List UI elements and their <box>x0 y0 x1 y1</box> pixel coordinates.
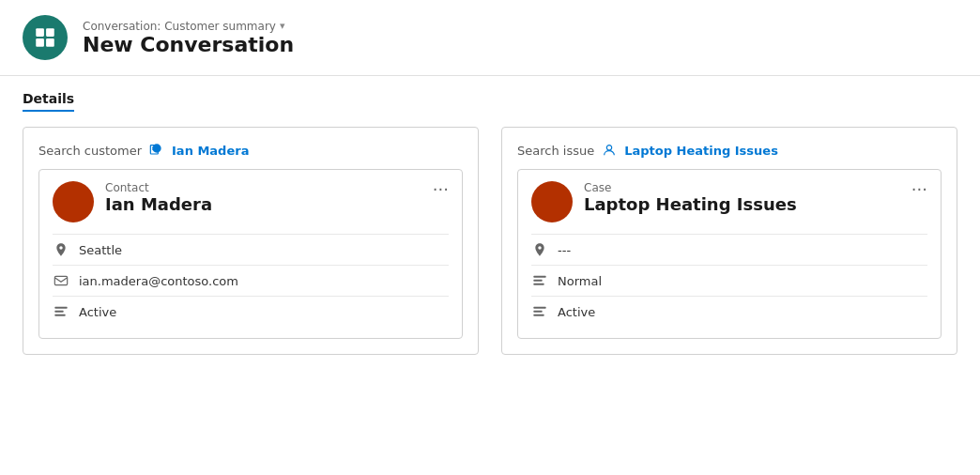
customer-search-icon <box>149 143 164 158</box>
svg-rect-3 <box>46 38 54 47</box>
breadcrumb[interactable]: Conversation: Customer summary ▾ <box>83 20 294 33</box>
breadcrumb-label: Conversation: Customer summary <box>83 20 276 33</box>
issue-card: Case Laptop Heating Issues ··· --- <box>517 169 942 339</box>
issue-search-value: Laptop Heating Issues <box>624 144 778 158</box>
issue-panel: Search issue Laptop Heating Issues Case … <box>501 127 957 355</box>
main-content: Search customer Ian Madera Contact Ian M… <box>0 112 980 370</box>
svg-point-11 <box>607 146 612 150</box>
svg-rect-1 <box>46 28 54 37</box>
issue-field-id: --- <box>531 234 927 265</box>
customer-avatar <box>53 181 94 222</box>
issue-avatar <box>531 181 573 222</box>
customer-card-info: Contact Ian Madera <box>105 181 421 214</box>
customer-more-button[interactable]: ··· <box>433 181 449 198</box>
priority-icon <box>531 273 548 288</box>
customer-field-location: Seattle <box>53 234 449 265</box>
customer-status-value: Active <box>79 305 116 319</box>
customer-search-label: Search customer <box>38 144 142 158</box>
svg-rect-7 <box>54 276 67 284</box>
issue-status-icon <box>531 304 548 319</box>
customer-field-email: ian.madera@contoso.com <box>53 265 449 296</box>
details-section: Details <box>0 76 980 112</box>
svg-rect-10 <box>54 314 65 316</box>
svg-rect-2 <box>36 38 44 47</box>
svg-rect-15 <box>533 307 545 309</box>
issue-field-priority: Normal <box>531 265 927 296</box>
issue-field-status: Active <box>531 296 927 327</box>
issue-search-label: Search issue <box>517 144 594 158</box>
issue-search-icon <box>602 143 617 158</box>
issue-priority-value: Normal <box>558 274 602 288</box>
location-icon <box>53 242 69 257</box>
tab-details[interactable]: Details <box>23 91 74 112</box>
chevron-down-icon: ▾ <box>280 20 285 32</box>
customer-card-name: Ian Madera <box>105 194 421 214</box>
svg-rect-17 <box>533 314 544 316</box>
header: Conversation: Customer summary ▾ New Con… <box>0 0 980 76</box>
customer-card: Contact Ian Madera ··· Seattle <box>38 169 463 339</box>
svg-rect-8 <box>54 307 67 309</box>
svg-rect-13 <box>533 280 542 282</box>
issue-card-info: Case Laptop Heating Issues <box>584 181 900 214</box>
customer-search-value: Ian Madera <box>172 144 249 158</box>
customer-location-value: Seattle <box>79 243 122 257</box>
customer-search-bar[interactable]: Search customer Ian Madera <box>38 143 463 158</box>
issue-status-value: Active <box>558 305 595 319</box>
issue-card-header: Case Laptop Heating Issues ··· <box>531 181 927 222</box>
svg-rect-14 <box>533 283 544 285</box>
customer-card-type: Contact <box>105 181 421 194</box>
header-text: Conversation: Customer summary ▾ New Con… <box>83 20 294 56</box>
issue-search-bar[interactable]: Search issue Laptop Heating Issues <box>517 143 942 158</box>
app-icon <box>23 15 68 60</box>
customer-field-status: Active <box>53 296 449 327</box>
status-icon <box>53 304 69 319</box>
customer-card-header: Contact Ian Madera ··· <box>53 181 449 222</box>
svg-rect-9 <box>54 311 63 313</box>
issue-card-name: Laptop Heating Issues <box>584 194 900 214</box>
customer-panel: Search customer Ian Madera Contact Ian M… <box>23 127 479 355</box>
svg-rect-16 <box>533 311 542 313</box>
issue-card-type: Case <box>584 181 900 194</box>
id-icon <box>531 242 548 257</box>
svg-rect-12 <box>533 276 545 278</box>
email-icon <box>53 273 69 288</box>
page-title: New Conversation <box>83 33 294 56</box>
svg-rect-0 <box>36 28 44 37</box>
issue-more-button[interactable]: ··· <box>911 181 927 198</box>
customer-email-value: ian.madera@contoso.com <box>79 274 238 288</box>
issue-id-value: --- <box>558 243 571 257</box>
